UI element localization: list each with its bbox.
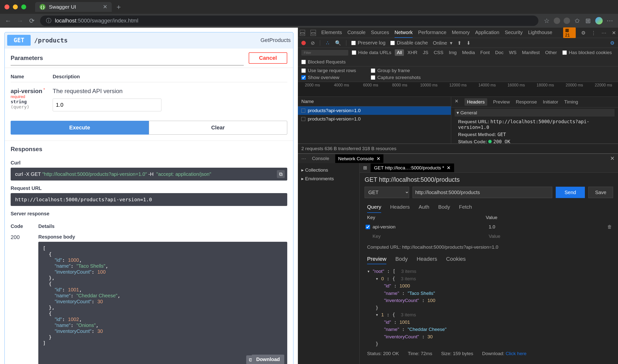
response-tab-body[interactable]: Body [395, 256, 408, 264]
search-icon[interactable]: 🔍 [335, 40, 341, 46]
extension-icon[interactable] [554, 18, 560, 24]
detail-tab-initiator[interactable]: Initiator [543, 98, 558, 106]
devtools-tab-memory[interactable]: Memory [452, 28, 470, 38]
response-tab-headers[interactable]: Headers [417, 256, 437, 264]
site-info-icon[interactable]: ⓘ [46, 17, 51, 24]
maximize-window-button[interactable] [21, 4, 26, 9]
filter-type-js[interactable]: JS [421, 49, 430, 56]
device-toolbar-icon[interactable]: ▭ [310, 30, 316, 36]
environments-item[interactable]: ▸ Environments [300, 174, 357, 183]
detail-tab-response[interactable]: Response [516, 98, 537, 106]
new-request-icon[interactable]: ⊞ [363, 165, 367, 171]
param-key[interactable]: api-version [373, 224, 486, 230]
close-detail-icon[interactable]: ✕ [455, 98, 459, 106]
minimize-window-button[interactable] [13, 4, 18, 9]
reload-button[interactable]: ⟳ [28, 17, 36, 24]
filter-type-css[interactable]: CSS [432, 49, 445, 56]
param-enabled-checkbox[interactable] [366, 225, 370, 229]
devtools-tab-performance[interactable]: Performance [418, 28, 446, 38]
devtools-tab-console[interactable]: Console [347, 28, 365, 38]
response-tab-cookies[interactable]: Cookies [446, 256, 466, 264]
profile-avatar[interactable] [595, 17, 603, 24]
save-button[interactable]: Save [588, 187, 613, 198]
filter-toggle-icon[interactable]: ⛬ [325, 40, 330, 46]
favorites-icon[interactable]: ✩ [574, 17, 581, 24]
show-overview-checkbox[interactable]: Show overview [301, 75, 356, 80]
devtools-tab-security[interactable]: Security [505, 28, 523, 38]
clear-button[interactable]: Clear [149, 121, 287, 135]
network-settings-icon[interactable]: ⚙ [610, 40, 615, 46]
warning-count-badge[interactable]: ▦ 21 [563, 27, 576, 38]
drawer-close-icon[interactable]: ✕ [610, 155, 615, 162]
filter-input[interactable] [301, 50, 348, 56]
network-timeline[interactable]: 2000 ms4000 ms6000 ms8000 ms10000 ms1200… [298, 82, 618, 97]
send-button[interactable]: Send [556, 187, 585, 198]
request-subtab-body[interactable]: Body [438, 202, 450, 213]
filter-type-img[interactable]: Img [447, 49, 459, 56]
request-url-input[interactable] [413, 187, 552, 198]
cancel-button[interactable]: Cancel [249, 52, 287, 64]
filter-type-other[interactable]: Other [543, 49, 559, 56]
filter-type-doc[interactable]: Doc [493, 49, 506, 56]
query-param-placeholder-row[interactable]: Key Value [360, 232, 618, 241]
copy-curl-icon[interactable]: ⧉ [277, 170, 285, 178]
disable-cache-checkbox[interactable]: Disable cache [390, 40, 428, 46]
filter-type-all[interactable]: All [395, 49, 404, 56]
devtools-tab-elements[interactable]: Elements [321, 28, 342, 38]
param-value[interactable]: 1.0 [489, 224, 495, 230]
drawer-more-icon[interactable]: ⋯ [301, 156, 306, 162]
collections-item[interactable]: ▸ Collections [300, 166, 357, 174]
request-subtab-fetch[interactable]: Fetch [459, 202, 472, 213]
clear-log-icon[interactable]: ⊘ [311, 40, 315, 46]
back-button[interactable]: ← [4, 17, 12, 24]
detail-tab-headers[interactable]: Headers [464, 98, 487, 106]
request-file-tab[interactable]: GET http://loca…:5000/products * ✕ [371, 163, 454, 172]
drawer-console-tab[interactable]: Console [312, 156, 329, 161]
extension-icon-2[interactable] [564, 18, 570, 24]
filter-type-media[interactable]: Media [460, 49, 477, 56]
filter-type-font[interactable]: Font [478, 49, 492, 56]
devtools-settings-icon[interactable]: ⚙ [581, 30, 586, 36]
filter-type-xhr[interactable]: XHR [405, 49, 419, 56]
param-value-placeholder[interactable]: Value [489, 234, 500, 239]
address-bar[interactable]: ⓘ localhost:5000/swagger/index.html [40, 16, 538, 26]
large-rows-checkbox[interactable]: Use large request rows [301, 68, 356, 73]
capture-screenshots-checkbox[interactable]: Capture screenshots [371, 75, 420, 80]
throttle-select[interactable]: Online ▾ [433, 40, 452, 46]
request-row[interactable]: products?api-version=1.0 [298, 115, 451, 123]
extensions-icon[interactable]: ⊞ [584, 17, 592, 24]
devtools-tab-sources[interactable]: Sources [371, 28, 389, 38]
browser-menu-icon[interactable]: ⋯ [606, 17, 614, 24]
new-tab-button[interactable]: ＋ [115, 2, 122, 12]
method-select[interactable]: GET [365, 187, 409, 198]
general-section-header[interactable]: ▾ General [455, 109, 615, 117]
devtools-tab-lighthouse[interactable]: Lighthouse [528, 28, 552, 38]
execute-button[interactable]: Execute [11, 121, 149, 135]
export-har-icon[interactable]: ⬇ [466, 40, 471, 46]
preserve-log-checkbox[interactable]: Preserve log [351, 40, 385, 46]
download-link[interactable]: Click here [506, 351, 526, 356]
drawer-network-console-tab[interactable]: Network Console ✕ [335, 154, 383, 163]
forward-button[interactable]: → [16, 17, 24, 24]
devtools-close-icon[interactable]: ✕ [612, 30, 616, 36]
param-value-input[interactable] [53, 99, 161, 111]
browser-tab[interactable]: { } Swagger UI ✕ [35, 2, 112, 12]
request-subtab-headers[interactable]: Headers [390, 202, 410, 213]
param-key-placeholder[interactable]: Key [373, 234, 486, 239]
devtools-more-icon[interactable]: ⋮ [591, 30, 596, 36]
detail-tab-preview[interactable]: Preview [493, 98, 510, 106]
devtools-menu-icon[interactable]: ⋯ [601, 30, 606, 36]
response-tab-preview[interactable]: Preview [367, 256, 386, 264]
record-button[interactable] [301, 41, 306, 45]
download-button[interactable]: Download [252, 355, 284, 364]
operation-header[interactable]: GET /products GetProducts [5, 32, 293, 48]
blocked-cookies-checkbox[interactable]: Has blocked cookies [562, 50, 612, 55]
bookmark-icon[interactable]: ☆ [543, 17, 550, 24]
import-har-icon[interactable]: ⬆ [457, 40, 462, 46]
detail-tab-timing[interactable]: Timing [564, 98, 578, 106]
devtools-tab-application[interactable]: Application [475, 28, 499, 38]
request-subtab-auth[interactable]: Auth [419, 202, 429, 213]
inspect-element-icon[interactable]: ▭ [300, 30, 305, 36]
filter-type-manifest[interactable]: Manifest [520, 49, 542, 56]
close-window-button[interactable] [4, 4, 9, 9]
